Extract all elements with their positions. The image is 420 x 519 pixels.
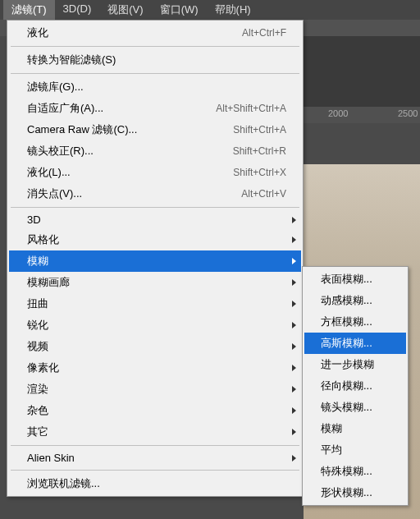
submenu-item[interactable]: 特殊模糊... <box>304 461 406 482</box>
submenu-item-label: 高斯模糊... <box>321 336 396 351</box>
menu-separator <box>11 445 299 446</box>
chevron-right-icon <box>292 217 296 223</box>
menu-item-label: 锐化 <box>27 318 286 333</box>
menu-item-shortcut: Alt+Ctrl+F <box>242 27 286 39</box>
blur-submenu: 表面模糊...动感模糊...方框模糊...高斯模糊...进一步模糊径向模糊...… <box>302 266 409 506</box>
submenu-item-label: 进一步模糊 <box>321 357 396 372</box>
menubar: 滤镜(T) 3D(D) 视图(V) 窗口(W) 帮助(H) <box>0 0 420 20</box>
submenu-item[interactable]: 进一步模糊 <box>304 354 406 375</box>
menu-item[interactable]: 其它 <box>9 421 301 443</box>
chevron-right-icon <box>292 365 296 371</box>
menu-item-shortcut: Alt+Shift+Ctrl+A <box>216 103 286 114</box>
menu-item[interactable]: 视频 <box>9 336 301 357</box>
menu-item-label: 渲染 <box>27 382 286 397</box>
menu-separator <box>11 73 299 74</box>
chevron-right-icon <box>292 258 296 264</box>
chevron-right-icon <box>292 386 296 393</box>
menu-item[interactable]: 自适应广角(A)...Alt+Shift+Ctrl+A <box>9 98 301 119</box>
chevron-right-icon <box>292 407 296 414</box>
ruler-tick: 2000 <box>328 108 348 118</box>
submenu-item[interactable]: 高斯模糊... <box>304 333 406 354</box>
menu-item-label: 模糊 <box>27 254 286 269</box>
ruler-tick: 2500 <box>398 108 418 118</box>
submenu-item-label: 形状模糊... <box>321 485 396 500</box>
menu-item-label: 扭曲 <box>27 296 286 311</box>
menu-item[interactable]: 杂色 <box>9 400 301 421</box>
menu-separator <box>11 46 299 47</box>
menu-item-label: 模糊画廊 <box>27 275 286 290</box>
chevron-right-icon <box>292 343 296 350</box>
menu-item-label: 镜头校正(R)... <box>27 144 223 158</box>
submenu-item[interactable]: 表面模糊... <box>304 269 406 290</box>
menu-item-label: 风格化 <box>27 232 286 247</box>
menu-item-label: 滤镜库(G)... <box>27 80 286 94</box>
submenu-item-label: 动感模糊... <box>321 293 396 308</box>
menu-item-label: Alien Skin <box>27 452 286 464</box>
menubar-filter[interactable]: 滤镜(T) <box>3 0 55 20</box>
menu-item-label: 3D <box>27 214 286 226</box>
menu-separator <box>11 207 299 208</box>
chevron-right-icon <box>292 279 296 286</box>
menu-item-label: 其它 <box>27 425 286 439</box>
submenu-item[interactable]: 镜头模糊... <box>304 397 406 418</box>
menu-item-label: 视频 <box>27 339 286 354</box>
menu-item[interactable]: 模糊画廊 <box>9 272 301 293</box>
submenu-item[interactable]: 模糊 <box>304 418 406 439</box>
ruler: 2000 2500 <box>304 107 420 123</box>
submenu-item-label: 特殊模糊... <box>321 464 396 479</box>
menu-item[interactable]: 液化(L)...Shift+Ctrl+X <box>9 162 301 183</box>
submenu-item-label: 径向模糊... <box>321 379 396 393</box>
menu-item[interactable]: Alien Skin <box>9 448 301 467</box>
menu-item-label: 像素化 <box>27 361 286 375</box>
menu-item-label: 自适应广角(A)... <box>27 101 206 116</box>
menu-item[interactable]: 滤镜库(G)... <box>9 76 301 98</box>
menu-item-label: 液化 <box>27 25 232 40</box>
menu-item-shortcut: Shift+Ctrl+R <box>233 145 286 157</box>
chevron-right-icon <box>292 455 296 462</box>
menu-item[interactable]: 风格化 <box>9 229 301 250</box>
submenu-item[interactable]: 方框模糊... <box>304 311 406 333</box>
menu-item[interactable]: 渲染 <box>9 379 301 400</box>
filter-dropdown: 液化Alt+Ctrl+F转换为智能滤镜(S)滤镜库(G)...自适应广角(A).… <box>7 20 304 497</box>
menu-item-label: Camera Raw 滤镜(C)... <box>27 122 223 137</box>
menu-item-label: 液化(L)... <box>27 165 223 180</box>
submenu-item[interactable]: 形状模糊... <box>304 482 406 503</box>
menu-item[interactable]: 模糊 <box>9 250 301 272</box>
submenu-item-label: 方框模糊... <box>321 315 396 329</box>
submenu-item[interactable]: 动感模糊... <box>304 290 406 311</box>
menubar-view[interactable]: 视图(V) <box>99 0 151 20</box>
chevron-right-icon <box>292 301 296 307</box>
chevron-right-icon <box>292 429 296 435</box>
menu-item[interactable]: 浏览联机滤镜... <box>9 473 301 494</box>
options-bar <box>304 36 420 110</box>
menubar-help[interactable]: 帮助(H) <box>207 0 259 20</box>
menu-item[interactable]: 3D <box>9 210 301 229</box>
submenu-item[interactable]: 平均 <box>304 439 406 461</box>
menu-item-label: 消失点(V)... <box>27 186 231 201</box>
menu-item[interactable]: 消失点(V)...Alt+Ctrl+V <box>9 183 301 204</box>
menu-item-shortcut: Shift+Ctrl+A <box>233 124 286 135</box>
menu-separator <box>11 470 299 471</box>
menu-item-shortcut: Shift+Ctrl+X <box>233 167 286 178</box>
menu-item-label: 杂色 <box>27 403 286 418</box>
menu-item[interactable]: 锐化 <box>9 315 301 336</box>
menubar-3d[interactable]: 3D(D) <box>55 0 100 20</box>
menu-item-label: 转换为智能滤镜(S) <box>27 53 286 67</box>
submenu-item-label: 平均 <box>321 443 396 457</box>
menu-item-shortcut: Alt+Ctrl+V <box>241 188 286 200</box>
menu-item[interactable]: Camera Raw 滤镜(C)...Shift+Ctrl+A <box>9 119 301 140</box>
submenu-item[interactable]: 径向模糊... <box>304 375 406 397</box>
menu-item[interactable]: 转换为智能滤镜(S) <box>9 49 301 71</box>
chevron-right-icon <box>292 322 296 328</box>
menu-item[interactable]: 镜头校正(R)...Shift+Ctrl+R <box>9 140 301 162</box>
menu-item[interactable]: 像素化 <box>9 357 301 379</box>
submenu-item-label: 模糊 <box>321 421 396 436</box>
submenu-item-label: 表面模糊... <box>321 272 396 287</box>
menubar-window[interactable]: 窗口(W) <box>152 0 207 20</box>
menu-item[interactable]: 扭曲 <box>9 293 301 315</box>
submenu-item-label: 镜头模糊... <box>321 400 396 415</box>
chevron-right-icon <box>292 237 296 243</box>
menu-item[interactable]: 液化Alt+Ctrl+F <box>9 22 301 44</box>
menu-item-label: 浏览联机滤镜... <box>27 476 286 491</box>
